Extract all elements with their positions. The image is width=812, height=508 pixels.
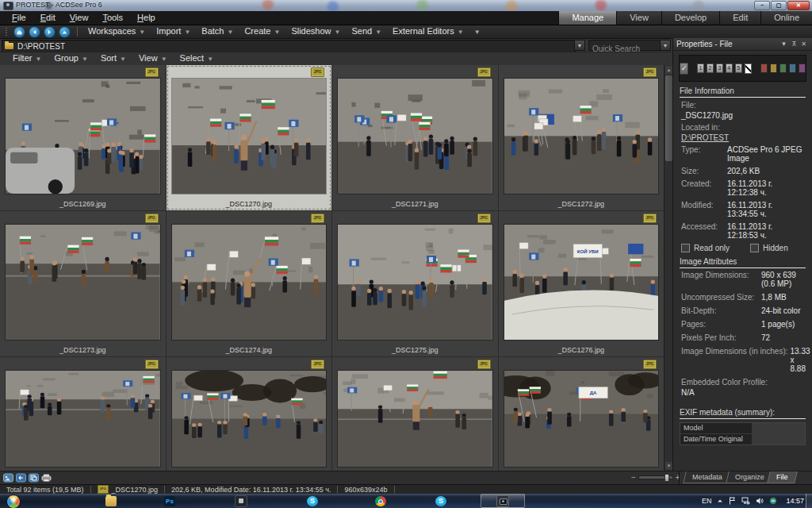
external-editors-button[interactable]: External Editors▼ xyxy=(387,25,469,39)
undo-icon[interactable] xyxy=(16,473,26,483)
taskbar-chrome-button[interactable] xyxy=(358,494,403,508)
label-blue-button[interactable] xyxy=(789,64,796,73)
scroll-up-icon[interactable]: ▲ xyxy=(665,66,672,74)
thumbnail-photo[interactable] xyxy=(338,371,492,467)
zoom-out-icon[interactable]: − xyxy=(631,473,636,482)
menu-help[interactable]: Help xyxy=(130,11,163,25)
title-bar[interactable]: PROTEST - ACDSee Pro 6 − ▢ ✕ xyxy=(0,0,812,11)
thumbnail-cell[interactable]: JPG xyxy=(0,357,166,471)
panel-close-icon[interactable]: ✕ xyxy=(799,40,809,48)
close-button[interactable]: ✕ xyxy=(787,1,810,10)
properties-panel-header[interactable]: Properties - File ▼ ⊼ ✕ xyxy=(673,38,812,51)
read-only-box-icon[interactable] xyxy=(681,244,690,252)
scroll-down-icon[interactable]: ▼ xyxy=(665,462,672,470)
thumbnail-cell[interactable]: JPG _DSC1270.jpg xyxy=(167,65,332,210)
group-button[interactable]: Group▼ xyxy=(48,52,94,66)
thumbnail-photo[interactable]: КОЙ УБИ xyxy=(504,225,659,340)
thumbnail-photo[interactable]: ДА xyxy=(504,371,659,467)
rating-2-button[interactable]: 2 xyxy=(707,64,714,73)
label-red-button[interactable] xyxy=(760,64,768,73)
create-button[interactable]: Create▼ xyxy=(239,25,285,39)
toolbar-grip[interactable] xyxy=(5,28,9,37)
batch-button[interactable]: Batch▼ xyxy=(196,25,239,39)
sort-button[interactable]: Sort▼ xyxy=(94,52,132,66)
zoom-slider[interactable]: − + xyxy=(631,473,680,482)
print-icon[interactable] xyxy=(41,473,52,483)
start-button[interactable] xyxy=(6,495,21,508)
label-yellow-button[interactable] xyxy=(770,64,777,73)
image-basket-icon[interactable] xyxy=(3,473,13,483)
rating-1-button[interactable]: 1 xyxy=(697,64,704,73)
label-purple-button[interactable] xyxy=(799,64,806,73)
show-desktop-button[interactable] xyxy=(806,494,812,508)
taskbar-skype-button[interactable]: S xyxy=(290,494,335,508)
tray-expand-icon[interactable] xyxy=(717,498,723,503)
taskbar-photoshop-button[interactable]: Ps xyxy=(147,494,192,508)
zoom-slider-track[interactable] xyxy=(638,475,673,479)
exif-row-model[interactable]: Model xyxy=(680,423,805,434)
send-button[interactable]: Send▼ xyxy=(346,25,387,39)
located-in-link[interactable]: D:\PROTEST xyxy=(681,133,729,142)
forward-icon[interactable] xyxy=(44,26,56,38)
panel-menu-icon[interactable]: ▼ xyxy=(779,40,790,48)
tab-manage[interactable]: Manage xyxy=(558,11,616,25)
thumbnail-cell[interactable]: JPG _DSC1271.jpg xyxy=(332,65,498,210)
copy-icon[interactable] xyxy=(29,473,39,483)
path-input[interactable]: D:\PROTEST xyxy=(2,40,576,52)
maximize-button[interactable]: ▢ xyxy=(771,1,787,10)
taskbar-skype2-button[interactable]: S xyxy=(419,494,463,508)
thumbnail-photo[interactable] xyxy=(172,225,327,340)
rating-5-button[interactable]: 5 xyxy=(735,64,742,73)
taskbar-acdsee-button[interactable] xyxy=(481,494,525,508)
volume-icon[interactable] xyxy=(756,497,764,505)
thumbnail-cell[interactable]: JPG _DSC1275.jpg xyxy=(332,211,498,356)
rating-4-button[interactable]: 4 xyxy=(726,64,733,73)
menu-edit[interactable]: Edit xyxy=(33,11,63,25)
scrollbar-thumb[interactable] xyxy=(665,75,672,161)
action-center-flag-icon[interactable] xyxy=(729,497,736,505)
menu-tools[interactable]: Tools xyxy=(95,11,130,25)
network-icon[interactable] xyxy=(741,497,750,505)
thumbnail-cell[interactable]: JPG _DSC1272.jpg xyxy=(499,65,665,210)
hidden-checkbox[interactable]: Hidden xyxy=(750,244,788,252)
minimize-button[interactable]: − xyxy=(754,1,770,10)
clear-rating-icon[interactable] xyxy=(745,64,753,74)
up-icon[interactable] xyxy=(59,26,71,38)
tab-organize[interactable]: Organize xyxy=(726,471,773,483)
select-button[interactable]: Select▼ xyxy=(174,52,220,66)
thumbnail-photo[interactable] xyxy=(6,371,160,467)
thumbnail-cell[interactable]: JPG _DSC1273.jpg xyxy=(0,211,166,356)
hidden-box-icon[interactable] xyxy=(750,244,759,252)
quick-search[interactable] xyxy=(588,40,668,51)
tab-online[interactable]: Online xyxy=(760,11,812,25)
thumbnail-photo[interactable] xyxy=(338,225,492,340)
exif-row-datetime[interactable]: Date/Time Original xyxy=(680,434,805,444)
tab-develop[interactable]: Develop xyxy=(661,11,719,25)
thumbnail-cell[interactable]: JPG xyxy=(332,357,498,471)
thumbnail-photo[interactable] xyxy=(504,79,659,194)
thumbnail-cell[interactable]: JPG xyxy=(167,357,332,471)
tab-metadata[interactable]: Metadata xyxy=(683,471,731,483)
tab-file[interactable]: File xyxy=(767,471,797,483)
home-icon[interactable] xyxy=(13,26,25,38)
path-dropdown-icon[interactable]: ▼ xyxy=(574,40,585,51)
thumbnail-photo[interactable] xyxy=(172,79,327,194)
thumbnail-cell[interactable]: JPG ДА xyxy=(499,357,665,471)
menu-file[interactable]: File xyxy=(5,11,33,25)
panel-pin-icon[interactable]: ⊼ xyxy=(789,40,799,48)
view-button[interactable]: View▼ xyxy=(132,52,174,66)
filter-button[interactable]: Filter▼ xyxy=(6,52,48,66)
slideshow-button[interactable]: Slideshow▼ xyxy=(285,25,346,39)
tray-app-icon[interactable] xyxy=(769,497,777,505)
toolbar-overflow-icon[interactable]: ▼ xyxy=(469,29,485,36)
thumbnail-photo[interactable] xyxy=(6,225,160,340)
label-green-button[interactable] xyxy=(779,64,787,73)
zoom-slider-thumb[interactable] xyxy=(665,474,669,482)
thumbnail-cell[interactable]: JPG _DSC1274.jpg xyxy=(167,211,332,356)
language-indicator[interactable]: EN xyxy=(702,497,712,505)
workspaces-button[interactable]: Workspaces▼ xyxy=(82,25,151,39)
taskbar-explorer-button[interactable] xyxy=(89,494,133,508)
import-button[interactable]: Import▼ xyxy=(151,25,196,39)
tag-checkbox-icon[interactable]: ✓ xyxy=(680,63,688,75)
taskbar-photo-app-button[interactable] xyxy=(219,494,263,508)
